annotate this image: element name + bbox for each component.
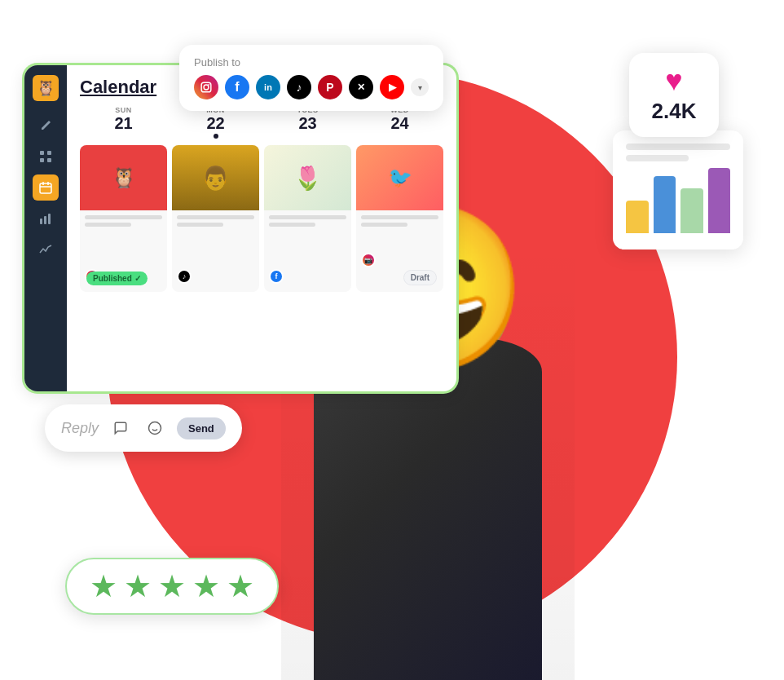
cell-img-sun: 🦉 — [80, 145, 167, 210]
like-card: ♥ 2.4K — [629, 53, 719, 137]
social-badge-tiktok-mon: ♪ — [177, 269, 192, 284]
chart-bar-3 — [680, 188, 703, 233]
hootsuite-logo: 🦉 — [33, 75, 59, 101]
cell-line-mon-1 — [177, 215, 254, 219]
day-header-tues: TUES 23 — [264, 106, 351, 139]
svg-rect-3 — [47, 158, 51, 162]
like-count: 2.4K — [647, 99, 701, 124]
svg-rect-0 — [40, 151, 44, 155]
cell-lines-sun — [80, 210, 167, 235]
calendar-grid: 🦉 📷 Published ✓ 👨 — [80, 145, 443, 292]
cell-lines-wed — [356, 210, 443, 235]
publish-to-card: Publish to f in ♪ P ✕ ▶ ▾ — [179, 45, 443, 111]
chart-bars — [626, 171, 730, 236]
cell-line-wed-2 — [361, 223, 407, 227]
cell-img-tues: 🌷 — [264, 145, 351, 210]
svg-rect-20 — [201, 82, 211, 92]
cal-cell-wed: 🐦 📷 Draft — [356, 145, 443, 292]
cell-line-mon-2 — [177, 223, 223, 227]
svg-rect-8 — [40, 219, 42, 224]
star-2: ★ — [124, 571, 152, 602]
svg-rect-9 — [44, 216, 46, 224]
social-badge-fb-tues: f — [269, 269, 284, 284]
check-icon: ✓ — [134, 274, 141, 283]
sidebar-icon-calendar[interactable] — [33, 174, 59, 201]
day-number-wed: 24 — [356, 114, 443, 132]
cell-line-wed-1 — [361, 215, 438, 219]
publish-to-label: Publish to — [194, 56, 429, 68]
svg-point-23 — [149, 422, 161, 435]
day-header-wed: WED 24 — [356, 106, 443, 139]
chart-line-1 — [626, 144, 730, 150]
stars-rating-card: ★ ★ ★ ★ ★ — [65, 558, 279, 615]
sidebar-icon-compose[interactable] — [33, 113, 59, 139]
publish-x-icon[interactable]: ✕ — [349, 75, 373, 99]
cal-cell-tues: 🌷 f — [264, 145, 351, 292]
send-button[interactable]: Send — [177, 417, 226, 439]
social-icons-row: f in ♪ P ✕ ▶ ▾ — [194, 75, 429, 99]
calendar-title: Calendar — [80, 77, 156, 98]
svg-rect-2 — [40, 158, 44, 162]
day-dot-mon — [214, 134, 218, 139]
publish-tiktok-icon[interactable]: ♪ — [287, 75, 311, 99]
svg-point-22 — [208, 84, 209, 86]
chart-bar-2 — [654, 176, 676, 233]
sidebar-icon-analytics[interactable] — [33, 205, 59, 232]
heart-icon: ♥ — [647, 66, 701, 95]
days-header: SUN 21 MON 22 TUES 23 WED 24 — [80, 106, 443, 139]
day-header-sun: SUN 21 — [80, 106, 167, 139]
reply-placeholder-text[interactable]: Reply — [61, 420, 99, 437]
svg-rect-10 — [48, 214, 51, 224]
publish-youtube-icon[interactable]: ▶ — [380, 75, 404, 99]
cal-cell-mon: 👨 ♪ — [172, 145, 259, 292]
svg-point-21 — [204, 85, 209, 90]
publish-linkedin-icon[interactable]: in — [256, 75, 280, 99]
day-label-sun: SUN — [80, 106, 167, 114]
star-5: ★ — [227, 571, 254, 602]
draft-badge: Draft — [403, 270, 437, 285]
day-number-sun: 21 — [80, 114, 167, 132]
chart-bar-1 — [626, 201, 649, 233]
sidebar-icon-grid[interactable] — [33, 144, 59, 170]
star-4: ★ — [192, 571, 220, 602]
publish-pinterest-icon[interactable]: P — [318, 75, 342, 99]
cell-line-2 — [85, 223, 131, 227]
cell-img-wed: 🐦 — [356, 145, 443, 210]
cell-lines-mon — [172, 210, 259, 235]
calendar-sidebar: 🦉 — [24, 65, 67, 391]
cell-lines-tues — [264, 210, 351, 235]
chart-placeholder-lines — [626, 144, 730, 161]
star-3: ★ — [158, 571, 186, 602]
cal-cell-sun: 🦉 📷 Published ✓ — [80, 145, 167, 292]
day-header-mon: MON 22 — [172, 106, 259, 139]
cell-line-tues-1 — [269, 215, 346, 219]
cell-line-tues-2 — [269, 223, 315, 227]
emoji-icon-btn[interactable] — [143, 416, 167, 440]
chart-card — [613, 130, 743, 249]
svg-rect-4 — [40, 183, 51, 193]
social-badge-instagram-wed: 📷 — [361, 253, 376, 267]
calendar-main: Calendar — [67, 65, 456, 391]
sidebar-icon-reports[interactable] — [33, 236, 59, 263]
chart-bar-4 — [708, 168, 731, 233]
cell-img-mon: 👨 — [172, 145, 259, 210]
chart-line-2 — [626, 155, 689, 161]
cell-line-1 — [85, 215, 162, 219]
publish-facebook-icon[interactable]: f — [225, 75, 249, 99]
reply-card: Reply Send — [45, 404, 242, 452]
sparkle-2: ✦✦ — [663, 450, 678, 492]
svg-rect-1 — [47, 151, 51, 155]
calendar-card: 🦉 — [24, 65, 456, 391]
day-number-mon: 22 — [172, 114, 259, 132]
message-icon-btn[interactable] — [108, 416, 133, 440]
main-scene: 🦉 — [0, 0, 784, 680]
published-badge: Published ✓ — [86, 272, 148, 285]
star-1: ★ — [90, 571, 117, 602]
publish-instagram-icon[interactable] — [194, 75, 218, 99]
day-number-tues: 23 — [264, 114, 351, 132]
publish-expand-icon[interactable]: ▾ — [411, 78, 429, 96]
